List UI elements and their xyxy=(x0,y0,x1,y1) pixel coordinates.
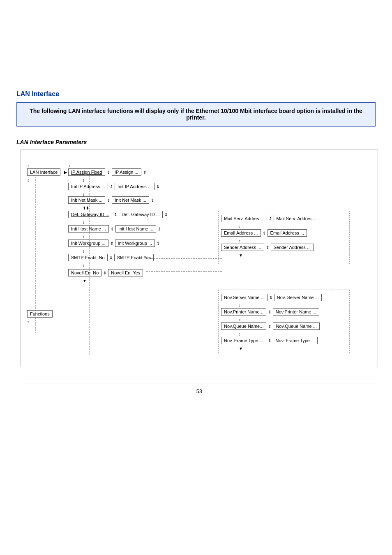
smtp-connector-line xyxy=(146,258,222,259)
info-box: The following LAN interface functions wi… xyxy=(16,102,376,127)
nov-server-down: ↕ xyxy=(239,302,241,308)
ip-assign-flow-up: ↕ xyxy=(68,162,70,168)
email-down: ↕ xyxy=(239,237,241,244)
novell-row: Novell En. No ⇕ Novell En. Yes xyxy=(68,269,143,276)
nov-frame-down: ▼ xyxy=(239,345,243,351)
nov-frame-row: Nov. Frame Type ... ⇕ Nov. Frame Type ..… xyxy=(221,337,318,344)
mail-serv-row: Mail Serv. Addres ... ⇕ Mail Serv. Addre… xyxy=(221,215,319,222)
ip-assign-down: ↕ xyxy=(83,177,85,183)
init-host-row: Init Host Name ... ⇕ Init Host Name ... … xyxy=(68,225,161,233)
left-vertical-line xyxy=(35,177,36,333)
lan-arrow-down-1: ↕ xyxy=(27,177,30,183)
nov-queue-down: ↕ xyxy=(239,331,241,337)
novell-down: ▼ xyxy=(83,277,87,283)
center-vertical-line xyxy=(89,176,90,355)
email-row: Email Address ... ⇕ Email Address ... xyxy=(221,229,307,237)
init-net-mask-row: Init Net Mask ... ⇕ Init Net Mask ... ⇕ xyxy=(68,196,154,204)
page-number: 53 xyxy=(21,384,378,394)
def-gw-down: ↕ xyxy=(83,219,85,225)
init-wg-down: ↕ xyxy=(83,248,85,254)
ip-assign-row: IP Assign Fixed ⇕ IP Assign ... ⇕ xyxy=(68,168,146,176)
section-title: LAN Interface xyxy=(16,90,376,98)
def-gateway-row: Def. Gateway ID ... ⇕ Def. Gateway ID ..… xyxy=(68,211,168,218)
novell-connector-line xyxy=(146,271,222,272)
nov-printer-row: Nov.Printer Name... ⇕ Nov.Printer Name .… xyxy=(221,308,319,315)
smtp-row: SMTP Enabl. No ⇕ SMTP Enabl.Yes xyxy=(68,254,154,261)
nov-server-row: Nov.Server Name ... ⇕ Nov. Server Name .… xyxy=(221,294,322,301)
functions-node: Functions xyxy=(27,310,53,318)
init-host-down: ↕ xyxy=(83,233,85,240)
nov-queue-row: Nov.Queue Name... ⇕ Nov.Queue Name ... xyxy=(221,322,320,330)
sender-down: ▼ xyxy=(239,252,243,258)
lan-interface-node: ↕ xyxy=(27,162,30,168)
diagram-container: ↕ LAN Interface ▶ ↕ ↕ IP Assign Fixed ⇕ … xyxy=(21,150,378,367)
smtp-down: ↕ xyxy=(83,262,85,268)
nov-printer-down: ↕ xyxy=(239,316,241,322)
page: LAN Interface The following LAN interfac… xyxy=(0,0,392,555)
init-net-mask-down: ⬆⬇ xyxy=(83,205,89,211)
init-workgroup-row: Init Workgroup ... ⇕ Init Workgroup ... … xyxy=(68,240,160,247)
info-box-text: The following LAN interface functions wi… xyxy=(25,108,367,121)
lan-interface-label: LAN Interface ▶ xyxy=(27,168,67,176)
mail-serv-down: ↕ xyxy=(239,223,241,229)
functions-arrow: ↕ xyxy=(27,318,29,325)
sender-row: Sender Address ... ⇕ Sender Address ... xyxy=(221,244,314,251)
init-ip-row: Init IP Address ... ⇕ Init IP Address ..… xyxy=(68,183,159,190)
subsection-title: LAN Interface Parameters xyxy=(16,139,376,145)
